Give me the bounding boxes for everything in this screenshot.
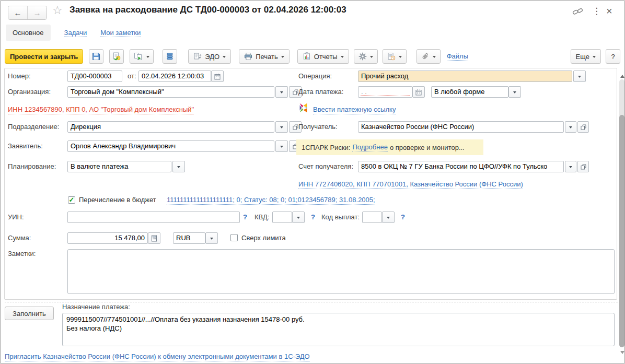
close-button[interactable]: ×	[606, 6, 612, 16]
report-chart-icon	[303, 52, 311, 61]
payout-code-field[interactable]	[362, 212, 382, 223]
tab-bar: Основное Задачи Мои заметки	[6, 25, 141, 41]
print-button[interactable]: Печать	[239, 49, 290, 64]
post-and-close-button[interactable]: Провести и закрыть	[5, 49, 83, 64]
back-button[interactable]: ←	[8, 6, 27, 19]
payment-form-dropdown-button[interactable]	[508, 86, 521, 98]
applicant-field[interactable]: Орлов Александр Владимирович	[67, 140, 274, 152]
document-register-button[interactable]	[163, 49, 177, 64]
payment-link[interactable]: Ввести платежную ссылку	[313, 105, 396, 114]
sbp-icon	[299, 103, 307, 115]
recipient-field[interactable]: Казначейство России (ФНС России)	[358, 121, 564, 133]
doc-date-field[interactable]: 02.04.2026 12:00:03	[138, 71, 211, 82]
chevron-down-icon	[177, 166, 180, 170]
recipient-details-link[interactable]: ИНН 7727406020, КПП 770701001, Казначейс…	[298, 180, 523, 189]
chevron-down-icon	[280, 126, 283, 130]
tab-tasks[interactable]: Задачи	[64, 29, 87, 37]
fill-button[interactable]: Заполнить	[5, 307, 54, 320]
recipient-account-label: Счет получателя:	[298, 161, 353, 172]
chevron-down-icon	[569, 126, 572, 130]
spark-details-link[interactable]: Подробнее	[352, 143, 387, 151]
more-button[interactable]: Еще	[571, 49, 601, 64]
document-clock-icon	[387, 52, 396, 61]
notes-textarea[interactable]	[67, 249, 615, 294]
scrollbar-down-arrow[interactable]	[620, 351, 624, 356]
scrollbar-thumb[interactable]	[619, 115, 624, 347]
chevron-down-icon	[297, 217, 300, 220]
payout-code-dropdown-button[interactable]	[382, 212, 395, 223]
get-link-button[interactable]	[572, 7, 584, 17]
spark-suffix: о проверке и монитор...	[390, 144, 465, 151]
organization-details-link[interactable]: ИНН 1234567890, КПП 0, АО "Торговый дом …	[8, 105, 194, 114]
doc-date-calendar-button[interactable]	[211, 71, 224, 82]
organization-field[interactable]: Торговый дом "Комплексный"	[67, 86, 274, 98]
payment-form-field[interactable]: В любой форме	[431, 86, 508, 98]
payment-purpose-label: Назначение платежа:	[62, 301, 130, 313]
close-icon: ×	[606, 5, 612, 17]
files-link[interactable]: Файлы	[447, 52, 468, 61]
edo-invite-link[interactable]: Пригласить Казначейство России (ФНС Росс…	[5, 353, 310, 361]
help-button[interactable]: ?	[606, 49, 620, 64]
register-list-icon	[166, 52, 173, 61]
app-window: ← → ☆ Заявка на расходование ДС ТД00-000…	[0, 0, 625, 364]
scheduled-document-button[interactable]	[383, 49, 407, 64]
department-field[interactable]: Дирекция	[67, 121, 274, 133]
planning-field[interactable]: В валюте платежа	[67, 161, 171, 172]
operation-dropdown-button[interactable]	[573, 71, 586, 82]
kvd-field[interactable]	[272, 212, 292, 223]
forward-button[interactable]: →	[27, 6, 47, 19]
kvd-help-icon[interactable]: ?	[311, 213, 315, 221]
scrollbar-up-arrow[interactable]	[620, 73, 624, 78]
operation-field[interactable]: Прочий расход	[358, 71, 572, 82]
uin-field[interactable]	[67, 212, 240, 223]
create-based-on-button[interactable]	[130, 49, 154, 64]
number-field[interactable]: ТД00-000003	[67, 71, 122, 82]
chevron-down-icon	[341, 56, 344, 60]
tab-my-notes[interactable]: Мои заметки	[100, 29, 141, 37]
save-button[interactable]	[89, 49, 103, 64]
window-menu-button[interactable]: ⋮	[592, 7, 601, 16]
payout-code-help-icon[interactable]: ?	[401, 213, 405, 221]
payment-purpose-textarea[interactable]: 9999115007//774501001//...//Оплата без у…	[62, 313, 615, 346]
payment-date-placeholder: . .	[361, 88, 367, 96]
recipient-account-dropdown-button[interactable]	[565, 161, 576, 172]
amount-calculator-button[interactable]	[148, 232, 160, 244]
favorite-star-icon[interactable]: ☆	[52, 5, 63, 16]
printer-icon	[244, 52, 252, 61]
chevron-down-icon	[281, 56, 284, 60]
applicant-dropdown-button[interactable]	[275, 140, 288, 152]
budget-transfer-checkbox[interactable]: ✓	[68, 196, 75, 204]
payment-date-field[interactable]: . .	[358, 86, 412, 98]
recipient-account-field[interactable]: 8500 в ОКЦ № 7 ГУ Банка России по ЦФО//У…	[358, 161, 564, 172]
recipient-dropdown-button[interactable]	[565, 121, 576, 133]
recipient-account-open-button[interactable]	[577, 161, 589, 172]
currency-dropdown-button[interactable]	[205, 232, 218, 244]
kvd-dropdown-button[interactable]	[292, 212, 305, 223]
scrollbar-track[interactable]	[619, 79, 624, 118]
open-form-icon	[293, 89, 298, 95]
help-icon: ?	[611, 53, 615, 61]
chevron-down-icon	[280, 91, 283, 95]
forward-arrow-icon: →	[33, 8, 41, 17]
edo-button[interactable]: ЭДО	[188, 49, 231, 64]
settings-button[interactable]	[354, 49, 378, 64]
reports-button[interactable]: Отчеты	[297, 49, 349, 64]
planning-dropdown-button[interactable]	[172, 161, 185, 172]
post-document-button[interactable]	[109, 49, 124, 64]
payment-date-calendar-button[interactable]	[412, 86, 425, 98]
organization-dropdown-button[interactable]	[275, 86, 288, 98]
over-limit-label: Сверх лимита	[241, 232, 286, 244]
save-floppy-icon	[92, 52, 100, 61]
over-limit-checkbox[interactable]	[230, 234, 238, 241]
spark-prefix: 1СПАРК Риски:	[302, 144, 350, 151]
chevron-down-icon	[578, 76, 581, 79]
amount-field[interactable]: 15 478,00	[67, 232, 148, 244]
currency-field[interactable]: RUB	[173, 232, 205, 244]
department-dropdown-button[interactable]	[275, 121, 288, 133]
recipient-open-button[interactable]	[577, 121, 589, 133]
attachments-button[interactable]	[416, 49, 441, 64]
calculator-icon	[151, 235, 157, 242]
uin-help-icon[interactable]: ?	[243, 213, 247, 221]
budget-transfer-details-link[interactable]: 11111111111111111111; 0; Статус: 08; 0; …	[167, 196, 375, 205]
tab-main[interactable]: Основное	[6, 25, 51, 41]
